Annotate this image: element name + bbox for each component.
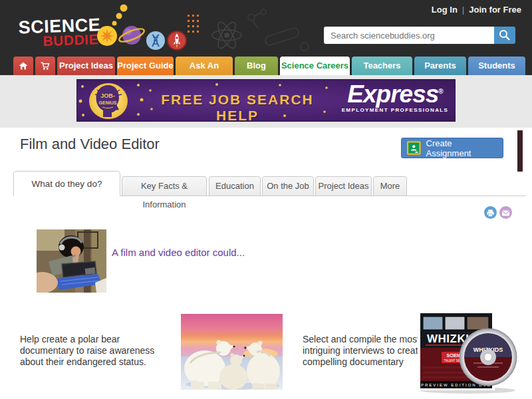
home-button[interactable] — [13, 57, 33, 75]
career-example-text-2: Select and compile the most intriguing i… — [303, 334, 434, 368]
express-registered: ® — [438, 88, 442, 95]
nav-students[interactable]: Students — [468, 57, 525, 75]
video-editor-photo — [37, 229, 106, 293]
nav-teachers[interactable]: Teachers — [352, 57, 412, 75]
printer-icon — [486, 209, 495, 217]
tab-on-the-job[interactable]: On the Job — [262, 176, 314, 196]
dot-grid — [188, 15, 200, 37]
tab-key-facts[interactable]: Key Facts & Information — [122, 176, 207, 196]
tab-more[interactable]: More — [373, 176, 407, 196]
envelope-icon — [501, 209, 510, 217]
account-bar: Log In|Join for Free — [432, 5, 521, 15]
create-assignment-label: Create Assignment — [426, 138, 497, 158]
nav-parents[interactable]: Parents — [414, 57, 466, 75]
nav-ask-an-expert[interactable]: Ask An Expert — [176, 57, 233, 75]
google-classroom-icon — [407, 141, 421, 155]
tab-project-ideas[interactable]: Project Ideas — [315, 176, 372, 196]
join-link[interactable]: Join for Free — [469, 5, 521, 15]
job-genius-banner-ad[interactable]: JOB- GENIUS FREE JOB SEARCH HELP Express… — [76, 79, 456, 122]
cart-button[interactable] — [35, 57, 55, 75]
nav-project-ideas[interactable]: Project Ideas — [57, 57, 115, 75]
cart-icon — [40, 61, 51, 71]
nav-science-careers[interactable]: Science Careers — [280, 57, 350, 75]
planet-icon — [118, 23, 146, 47]
science-buddies-page: Log In|Join for Free SCIENCE BUDDIES® — [0, 0, 532, 399]
ad-band: JOB- GENIUS FREE JOB SEARCH HELP Express… — [0, 75, 532, 128]
career-example-text-1: Help create a polar bear documentary to … — [20, 334, 174, 368]
badge-text-job: JOB- — [100, 92, 115, 99]
badge-text-genius: GENIUS — [99, 100, 117, 105]
polar-bears-photo — [181, 314, 283, 390]
intro-text: A film and video editor could... — [112, 247, 245, 258]
tab-what-do-they-do[interactable]: What do they do? — [13, 171, 120, 196]
whizkids-dvd-photo: WHIZKIDS SCIENCE TALENT SEARCH PREVIEW E… — [418, 309, 517, 394]
job-genius-badge: JOB- GENIUS — [86, 82, 134, 120]
tab-education[interactable]: Education — [209, 176, 261, 196]
email-button[interactable] — [499, 206, 512, 219]
search-input[interactable] — [324, 27, 494, 44]
search-icon — [498, 29, 511, 42]
rocket-icon — [167, 31, 187, 51]
site-header: Log In|Join for Free SCIENCE BUDDIES® — [0, 0, 532, 57]
create-assignment-button[interactable]: Create Assignment — [401, 138, 503, 158]
sun-icon — [96, 25, 118, 47]
site-search — [324, 27, 515, 44]
primary-nav: Project Ideas Project Guide Ask An Exper… — [0, 57, 532, 75]
express-brand-text: Express — [347, 80, 438, 108]
search-button[interactable] — [494, 27, 515, 44]
home-icon — [18, 61, 29, 71]
page-title: Film and Video Editor — [20, 136, 160, 153]
print-button[interactable] — [484, 206, 497, 219]
nav-project-guide[interactable]: Project Guide — [117, 57, 174, 75]
express-subtitle: EMPLOYMENT PROFESSIONALS — [338, 107, 452, 113]
login-link[interactable]: Log In — [432, 5, 458, 15]
account-bar-separator: | — [462, 5, 464, 15]
express-logo: Express® EMPLOYMENT PROFESSIONALS — [338, 81, 452, 113]
dna-icon — [146, 31, 166, 51]
banner-headline: FREE JOB SEARCH HELP — [141, 92, 334, 124]
nav-blog[interactable]: Blog — [235, 57, 278, 75]
side-tab[interactable] — [517, 130, 523, 172]
